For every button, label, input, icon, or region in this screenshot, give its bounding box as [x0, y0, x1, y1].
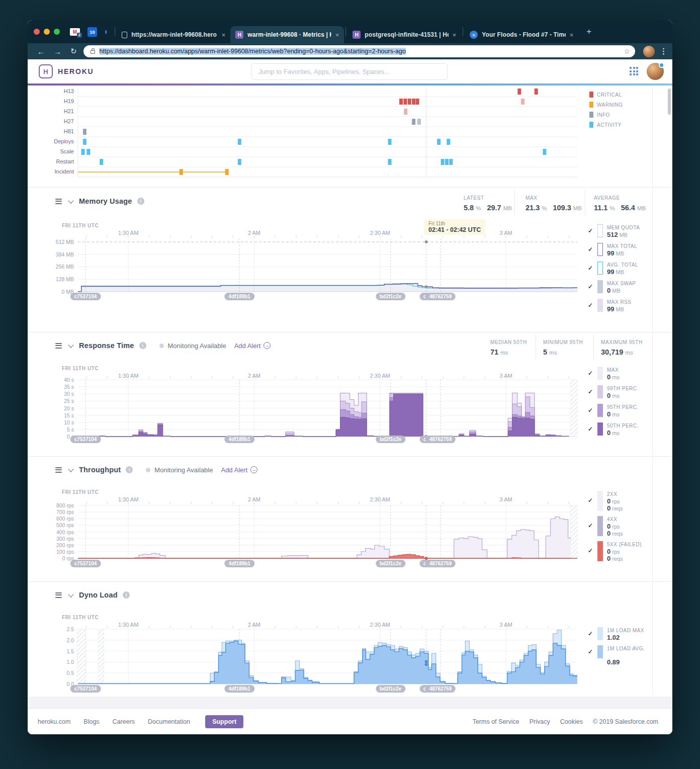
event-marker-h27[interactable]	[412, 119, 415, 125]
arrow-pinned-tab[interactable]: ›	[105, 27, 107, 36]
legend-label[interactable]: 95TH PERC.	[607, 404, 653, 410]
reload-button[interactable]: ↻	[70, 47, 77, 56]
heroku-brand[interactable]: HEROKU	[58, 67, 94, 75]
event-marker-restart[interactable]	[238, 159, 241, 165]
legend-label[interactable]: 2XX	[607, 491, 653, 497]
info-icon[interactable]: i	[123, 591, 130, 599]
event-marker-incident[interactable]	[225, 169, 229, 175]
chevron-down-icon[interactable]	[68, 198, 73, 203]
footer-link-privacy[interactable]: Privacy	[530, 718, 550, 725]
close-icon[interactable]: ×	[570, 31, 574, 39]
legend-label[interactable]: AVG. TOTAL	[607, 262, 653, 268]
legend-label[interactable]: 1M LOAD AVG.	[607, 645, 653, 652]
event-marker-deploys[interactable]	[388, 139, 392, 145]
event-marker-scale[interactable]	[81, 149, 85, 155]
event-marker-scale[interactable]	[86, 149, 90, 155]
footer-link-blogs[interactable]: Blogs	[83, 718, 99, 725]
pinned-tabs: M2 10 ›	[70, 27, 107, 37]
event-marker-h19[interactable]	[521, 99, 524, 105]
add-alert-link[interactable]: Add Alert	[221, 466, 247, 474]
event-marker-restart[interactable]	[445, 159, 449, 165]
legend-label[interactable]: 99TH PERC.	[607, 385, 653, 392]
drag-handle-icon[interactable]	[55, 466, 62, 474]
event-marker-deploys[interactable]	[437, 139, 441, 145]
legend-label[interactable]: MAX SWAP	[607, 280, 653, 287]
add-alert-link[interactable]: Add Alert	[234, 342, 261, 350]
minimize-window-button[interactable]	[44, 29, 50, 35]
event-marker-h13[interactable]	[535, 89, 538, 95]
chevron-down-icon[interactable]	[68, 342, 73, 348]
event-marker-h19[interactable]	[416, 99, 419, 105]
browser-window: M2 10 › https://warm-inlet-99608.hero × …	[28, 20, 672, 734]
chevron-down-icon[interactable]	[68, 466, 73, 472]
back-button[interactable]: ←	[37, 47, 45, 56]
event-marker-h21[interactable]	[404, 109, 407, 115]
event-marker-restart[interactable]	[441, 159, 445, 165]
event-marker-h19[interactable]	[399, 99, 403, 105]
event-marker-deploys[interactable]	[447, 139, 450, 145]
footer-link-cookies[interactable]: Cookies	[560, 718, 583, 725]
legend-label[interactable]: MAX	[607, 367, 653, 373]
drag-handle-icon[interactable]	[55, 591, 62, 599]
tab-your-floods[interactable]: ≈ Your Floods - Flood #7 - Timeli ×	[465, 26, 578, 43]
info-icon[interactable]: i	[126, 466, 133, 473]
legend-number: 1.02	[607, 634, 620, 641]
legend-label[interactable]: MAX RSS	[607, 299, 653, 305]
url-text[interactable]: https://dashboard.heroku.com/apps/warm-i…	[100, 48, 620, 55]
tab-metrics-active[interactable]: H warm-inlet-99608 · Metrics | H ×	[230, 26, 344, 43]
event-marker-h19[interactable]	[403, 99, 407, 105]
info-icon[interactable]: i	[139, 342, 146, 349]
bookmark-star-icon[interactable]: ☆	[624, 47, 630, 55]
add-alert-arrow-icon[interactable]: →	[264, 342, 271, 349]
event-marker-h19[interactable]	[408, 99, 411, 105]
event-marker-h27[interactable]	[417, 119, 421, 125]
event-marker-deploys[interactable]	[238, 139, 241, 145]
legend-label[interactable]: MEM QUOTA	[607, 224, 653, 231]
support-button[interactable]: Support	[205, 715, 243, 728]
event-marker-deploys[interactable]	[83, 139, 86, 145]
forward-button[interactable]: →	[54, 47, 61, 56]
y-tick-label: 0 rps	[39, 555, 74, 561]
legend-label[interactable]: 5XX (FAILED)	[607, 541, 653, 548]
drag-handle-icon[interactable]	[55, 341, 62, 350]
event-marker-h81[interactable]	[83, 129, 86, 135]
footer-link-heroku-com[interactable]: heroku.com	[38, 718, 70, 725]
legend-label[interactable]: 4XX	[607, 516, 653, 523]
close-icon[interactable]: ×	[222, 31, 226, 39]
zoom-window-button[interactable]	[54, 29, 60, 35]
footer-link-careers[interactable]: Careers	[113, 718, 135, 725]
legend-label[interactable]: MAX TOTAL	[607, 243, 653, 249]
close-window-button[interactable]	[34, 29, 40, 35]
event-marker-restart[interactable]	[449, 159, 453, 165]
add-alert-arrow-icon[interactable]: →	[250, 466, 257, 473]
event-marker-restart[interactable]	[100, 159, 103, 165]
tab-postgresql[interactable]: H postgresql-infinite-41531 | Her ×	[347, 26, 461, 43]
close-icon[interactable]: ×	[453, 31, 457, 39]
address-bar[interactable]: https://dashboard.heroku.com/apps/warm-i…	[83, 45, 635, 57]
scrollbar-thumb[interactable]	[668, 89, 671, 115]
info-icon[interactable]: i	[137, 198, 144, 205]
close-icon[interactable]: ×	[335, 31, 339, 39]
drag-handle-icon[interactable]	[55, 197, 62, 205]
event-marker-scale[interactable]	[543, 149, 546, 155]
heroku-logo-icon[interactable]: H	[39, 64, 53, 78]
event-marker-incident[interactable]	[180, 169, 183, 175]
app-grid-icon[interactable]	[630, 67, 638, 75]
event-marker-h13[interactable]	[517, 89, 521, 95]
chevron-down-icon[interactable]	[68, 591, 73, 597]
tab-warm-inlet-page[interactable]: https://warm-inlet-99608.hero ×	[117, 26, 230, 43]
legend-label[interactable]: 50TH PERC.	[607, 422, 653, 429]
footer-link-documentation[interactable]: Documentation	[148, 718, 190, 725]
jump-to-search-input[interactable]: Jump to Favorites, Apps, Pipelines, Spac…	[251, 63, 448, 80]
event-marker-h19[interactable]	[412, 99, 415, 105]
new-tab-button[interactable]: +	[586, 27, 591, 37]
event-marker-restart[interactable]	[388, 159, 392, 165]
browser-profile-avatar[interactable]	[643, 46, 655, 57]
legend-swatch	[589, 122, 593, 128]
legend-label[interactable]: 1M LOAD MAX	[607, 627, 653, 634]
calendar-pinned-tab[interactable]: 10	[88, 27, 97, 37]
browser-menu-icon[interactable]: ⋮	[660, 47, 667, 56]
gmail-pinned-tab[interactable]: M2	[70, 28, 80, 36]
account-avatar[interactable]	[647, 63, 664, 80]
footer-link-terms[interactable]: Terms of Service	[473, 718, 519, 725]
